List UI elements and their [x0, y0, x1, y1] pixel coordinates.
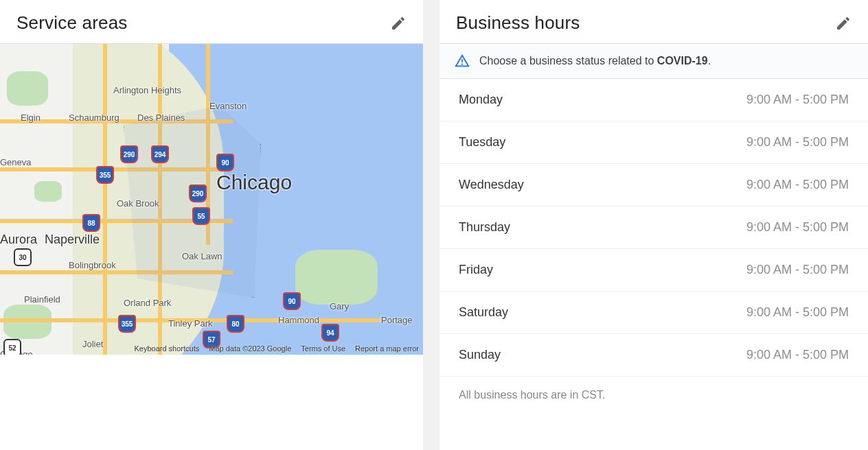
highway-shield-icon: 355 — [96, 166, 114, 184]
business-hours-title: Business hours — [456, 12, 580, 34]
service-areas-panel: Service areas Chicago Arlington HeightsE… — [0, 0, 423, 450]
svg-point-1 — [461, 63, 463, 64]
map-city-label: Geneva — [0, 157, 32, 167]
map-city-label: Gary — [330, 301, 349, 311]
map-city-label: Elgin — [21, 113, 41, 123]
hours-list: Monday9:00 AM - 5:00 PMTuesday9:00 AM - … — [439, 79, 868, 377]
highway-shield-icon: 52 — [3, 339, 21, 355]
hours-value: 9:00 AM - 5:00 PM — [746, 93, 849, 107]
service-areas-title: Service areas — [16, 12, 128, 34]
hours-value: 9:00 AM - 5:00 PM — [746, 220, 849, 235]
hours-value: 9:00 AM - 5:00 PM — [746, 305, 849, 320]
highway-shield-icon: 355 — [118, 315, 136, 333]
edit-business-hours-icon[interactable] — [835, 15, 852, 32]
covid-status-notice[interactable]: Choose a business status related to COVI… — [439, 43, 868, 79]
map-terms-link[interactable]: Terms of Use — [301, 344, 345, 353]
covid-notice-text: Choose a business status related to COVI… — [479, 55, 711, 67]
highway-shield-icon: 30 — [14, 248, 32, 266]
highway-shield-icon: 94 — [321, 324, 339, 342]
highway-shield-icon: 55 — [192, 207, 210, 225]
hours-row: Friday9:00 AM - 5:00 PM — [439, 249, 868, 292]
highway-shield-icon: 90 — [216, 154, 234, 171]
business-hours-panel: Business hours Choose a business status … — [439, 0, 868, 450]
hours-row: Tuesday9:00 AM - 5:00 PM — [439, 121, 868, 164]
service-areas-header: Service areas — [0, 0, 423, 43]
map-city-label: Aurora — [0, 233, 37, 247]
warning-icon — [455, 54, 470, 69]
hours-value: 9:00 AM - 5:00 PM — [746, 348, 849, 362]
hours-row: Monday9:00 AM - 5:00 PM — [439, 79, 868, 121]
highway-shield-icon: 290 — [189, 185, 207, 202]
map-city-label: Plainfield — [24, 294, 60, 305]
map-city-label: Hammond — [278, 315, 319, 325]
day-label: Sunday — [459, 348, 501, 362]
map-city-label: Oak Lawn — [182, 251, 222, 261]
day-label: Monday — [459, 93, 503, 107]
map-data-copyright: Map data ©2023 Google — [209, 344, 291, 353]
highway-shield-icon: 80 — [227, 315, 244, 333]
service-area-map[interactable]: Chicago Arlington HeightsElginSchaumburg… — [0, 44, 423, 355]
edit-service-areas-icon[interactable] — [390, 15, 407, 32]
map-city-label: Bolingbrook — [69, 260, 116, 270]
day-label: Wednesday — [459, 178, 524, 192]
hours-row: Sunday9:00 AM - 5:00 PM — [439, 334, 868, 377]
map-city-label: Orland Park — [124, 298, 171, 308]
hours-row: Wednesday9:00 AM - 5:00 PM — [439, 164, 868, 206]
highway-shield-icon: 90 — [283, 292, 301, 310]
hours-value: 9:00 AM - 5:00 PM — [746, 263, 849, 277]
hours-row: Saturday9:00 AM - 5:00 PM — [439, 292, 868, 334]
map-city-label: Joliet — [82, 339, 103, 349]
map-city-label: Des Plaines — [137, 113, 185, 123]
map-keyboard-shortcuts[interactable]: Keyboard shortcuts — [134, 344, 199, 353]
highway-shield-icon: 290 — [120, 145, 138, 163]
day-label: Tuesday — [459, 135, 505, 150]
hours-value: 9:00 AM - 5:00 PM — [746, 135, 849, 150]
day-label: Saturday — [459, 305, 508, 320]
business-hours-header: Business hours — [439, 0, 868, 43]
map-city-label: Naperville — [45, 233, 100, 247]
map-attribution: Keyboard shortcuts Map data ©2023 Google… — [134, 344, 419, 353]
day-label: Friday — [459, 263, 493, 277]
timezone-note: All business hours are in CST. — [439, 377, 868, 414]
highway-shield-icon: 88 — [82, 214, 100, 232]
map-report-error-link[interactable]: Report a map error — [355, 344, 419, 353]
hours-row: Thursday9:00 AM - 5:00 PM — [439, 206, 868, 249]
map-city-label: Tinley Park — [168, 318, 213, 329]
hours-value: 9:00 AM - 5:00 PM — [746, 178, 849, 192]
highway-shield-icon: 294 — [151, 145, 169, 163]
map-city-label: Portage — [381, 315, 413, 325]
map-city-label: Arlington Heights — [113, 85, 181, 95]
day-label: Thursday — [459, 220, 510, 235]
map-city-label: Schaumburg — [69, 113, 119, 123]
map-city-label: Evanston — [209, 101, 247, 111]
map-city-label: Oak Brook — [117, 198, 159, 209]
map-city-chicago: Chicago — [216, 171, 292, 194]
